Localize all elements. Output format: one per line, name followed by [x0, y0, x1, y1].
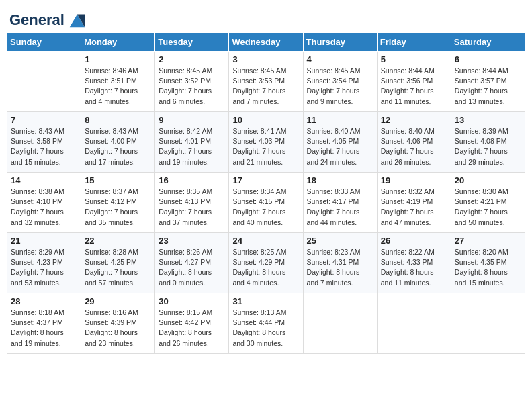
- calendar-cell: [451, 293, 525, 354]
- day-number: 7: [11, 115, 77, 125]
- day-info: Sunrise: 8:43 AM Sunset: 3:58 PM Dayligh…: [11, 126, 77, 167]
- weekday-header-saturday: Saturday: [451, 33, 525, 52]
- calendar-cell: 15Sunrise: 8:37 AM Sunset: 4:12 PM Dayli…: [81, 173, 155, 233]
- day-number: 12: [381, 115, 447, 125]
- day-number: 1: [85, 54, 151, 64]
- day-number: 15: [85, 175, 151, 185]
- day-number: 4: [307, 54, 373, 64]
- day-number: 28: [11, 296, 77, 306]
- day-info: Sunrise: 8:18 AM Sunset: 4:37 PM Dayligh…: [11, 308, 77, 349]
- day-number: 19: [381, 175, 447, 185]
- calendar-cell: 20Sunrise: 8:30 AM Sunset: 4:21 PM Dayli…: [451, 173, 525, 233]
- day-number: 25: [307, 236, 373, 246]
- day-number: 13: [455, 115, 521, 125]
- weekday-header-row: SundayMondayTuesdayWednesdayThursdayFrid…: [7, 33, 525, 52]
- week-row-5: 28Sunrise: 8:18 AM Sunset: 4:37 PM Dayli…: [7, 293, 525, 354]
- day-info: Sunrise: 8:29 AM Sunset: 4:23 PM Dayligh…: [11, 247, 77, 288]
- day-info: Sunrise: 8:37 AM Sunset: 4:12 PM Dayligh…: [85, 187, 151, 228]
- calendar-cell: 3Sunrise: 8:45 AM Sunset: 3:53 PM Daylig…: [229, 52, 303, 112]
- day-number: 20: [455, 175, 521, 185]
- day-info: Sunrise: 8:26 AM Sunset: 4:27 PM Dayligh…: [159, 247, 225, 288]
- day-number: 26: [381, 236, 447, 246]
- day-number: 17: [232, 175, 299, 185]
- weekday-header-tuesday: Tuesday: [155, 33, 229, 52]
- page-header: General: [7, 7, 525, 27]
- calendar-cell: 28Sunrise: 8:18 AM Sunset: 4:37 PM Dayli…: [7, 293, 81, 354]
- calendar-cell: 21Sunrise: 8:29 AM Sunset: 4:23 PM Dayli…: [7, 233, 81, 293]
- day-number: 11: [307, 115, 373, 125]
- day-info: Sunrise: 8:30 AM Sunset: 4:21 PM Dayligh…: [455, 187, 521, 228]
- day-number: 6: [455, 54, 521, 64]
- logo-icon: [67, 11, 86, 30]
- day-number: 9: [159, 115, 225, 125]
- day-info: Sunrise: 8:25 AM Sunset: 4:29 PM Dayligh…: [232, 247, 299, 288]
- calendar-cell: 11Sunrise: 8:40 AM Sunset: 4:05 PM Dayli…: [303, 112, 377, 173]
- day-number: 22: [85, 236, 151, 246]
- day-number: 8: [85, 115, 151, 125]
- day-number: 10: [232, 115, 299, 125]
- calendar-cell: 30Sunrise: 8:15 AM Sunset: 4:42 PM Dayli…: [155, 293, 229, 354]
- calendar-cell: [7, 52, 81, 112]
- day-info: Sunrise: 8:22 AM Sunset: 4:33 PM Dayligh…: [381, 247, 447, 288]
- calendar-cell: 8Sunrise: 8:43 AM Sunset: 4:00 PM Daylig…: [81, 112, 155, 173]
- calendar-cell: 23Sunrise: 8:26 AM Sunset: 4:27 PM Dayli…: [155, 233, 229, 293]
- day-number: 31: [232, 296, 299, 306]
- weekday-header-wednesday: Wednesday: [229, 33, 303, 52]
- day-number: 16: [159, 175, 225, 185]
- day-number: 30: [159, 296, 225, 306]
- week-row-3: 14Sunrise: 8:38 AM Sunset: 4:10 PM Dayli…: [7, 173, 525, 233]
- calendar-cell: 25Sunrise: 8:23 AM Sunset: 4:31 PM Dayli…: [303, 233, 377, 293]
- day-info: Sunrise: 8:44 AM Sunset: 3:57 PM Dayligh…: [455, 66, 521, 107]
- day-info: Sunrise: 8:40 AM Sunset: 4:05 PM Dayligh…: [307, 126, 373, 167]
- weekday-header-thursday: Thursday: [303, 33, 377, 52]
- calendar-cell: 12Sunrise: 8:40 AM Sunset: 4:06 PM Dayli…: [377, 112, 451, 173]
- calendar-cell: 22Sunrise: 8:28 AM Sunset: 4:25 PM Dayli…: [81, 233, 155, 293]
- day-number: 3: [232, 54, 299, 64]
- day-info: Sunrise: 8:45 AM Sunset: 3:54 PM Dayligh…: [307, 66, 373, 107]
- calendar-cell: 2Sunrise: 8:45 AM Sunset: 3:52 PM Daylig…: [155, 52, 229, 112]
- day-info: Sunrise: 8:20 AM Sunset: 4:35 PM Dayligh…: [455, 247, 521, 288]
- day-number: 21: [11, 236, 77, 246]
- day-number: 24: [232, 236, 299, 246]
- week-row-4: 21Sunrise: 8:29 AM Sunset: 4:23 PM Dayli…: [7, 233, 525, 293]
- day-info: Sunrise: 8:42 AM Sunset: 4:01 PM Dayligh…: [159, 126, 225, 167]
- day-info: Sunrise: 8:40 AM Sunset: 4:06 PM Dayligh…: [381, 126, 447, 167]
- day-info: Sunrise: 8:13 AM Sunset: 4:44 PM Dayligh…: [232, 308, 299, 349]
- logo-text-general: General: [9, 12, 64, 28]
- calendar-cell: 13Sunrise: 8:39 AM Sunset: 4:08 PM Dayli…: [451, 112, 525, 173]
- day-info: Sunrise: 8:28 AM Sunset: 4:25 PM Dayligh…: [85, 247, 151, 288]
- day-info: Sunrise: 8:46 AM Sunset: 3:51 PM Dayligh…: [85, 66, 151, 107]
- calendar-cell: 26Sunrise: 8:22 AM Sunset: 4:33 PM Dayli…: [377, 233, 451, 293]
- calendar-cell: 7Sunrise: 8:43 AM Sunset: 3:58 PM Daylig…: [7, 112, 81, 173]
- calendar-table: SundayMondayTuesdayWednesdayThursdayFrid…: [7, 32, 525, 354]
- day-info: Sunrise: 8:32 AM Sunset: 4:19 PM Dayligh…: [381, 187, 447, 228]
- day-info: Sunrise: 8:35 AM Sunset: 4:13 PM Dayligh…: [159, 187, 225, 228]
- weekday-header-monday: Monday: [81, 33, 155, 52]
- calendar-cell: [303, 293, 377, 354]
- calendar-cell: 19Sunrise: 8:32 AM Sunset: 4:19 PM Dayli…: [377, 173, 451, 233]
- calendar-cell: 6Sunrise: 8:44 AM Sunset: 3:57 PM Daylig…: [451, 52, 525, 112]
- day-info: Sunrise: 8:34 AM Sunset: 4:15 PM Dayligh…: [232, 187, 299, 228]
- day-info: Sunrise: 8:45 AM Sunset: 3:53 PM Dayligh…: [232, 66, 299, 107]
- calendar-cell: 5Sunrise: 8:44 AM Sunset: 3:56 PM Daylig…: [377, 52, 451, 112]
- weekday-header-sunday: Sunday: [7, 33, 81, 52]
- day-info: Sunrise: 8:15 AM Sunset: 4:42 PM Dayligh…: [159, 308, 225, 349]
- calendar-cell: 16Sunrise: 8:35 AM Sunset: 4:13 PM Dayli…: [155, 173, 229, 233]
- day-info: Sunrise: 8:45 AM Sunset: 3:52 PM Dayligh…: [159, 66, 225, 107]
- calendar-cell: 10Sunrise: 8:41 AM Sunset: 4:03 PM Dayli…: [229, 112, 303, 173]
- day-info: Sunrise: 8:38 AM Sunset: 4:10 PM Dayligh…: [11, 187, 77, 228]
- day-info: Sunrise: 8:23 AM Sunset: 4:31 PM Dayligh…: [307, 247, 373, 288]
- day-number: 2: [159, 54, 225, 64]
- calendar-cell: 14Sunrise: 8:38 AM Sunset: 4:10 PM Dayli…: [7, 173, 81, 233]
- calendar-cell: 24Sunrise: 8:25 AM Sunset: 4:29 PM Dayli…: [229, 233, 303, 293]
- calendar-cell: 4Sunrise: 8:45 AM Sunset: 3:54 PM Daylig…: [303, 52, 377, 112]
- calendar-cell: 17Sunrise: 8:34 AM Sunset: 4:15 PM Dayli…: [229, 173, 303, 233]
- day-number: 5: [381, 54, 447, 64]
- day-number: 27: [455, 236, 521, 246]
- calendar-cell: 9Sunrise: 8:42 AM Sunset: 4:01 PM Daylig…: [155, 112, 229, 173]
- day-info: Sunrise: 8:39 AM Sunset: 4:08 PM Dayligh…: [455, 126, 521, 167]
- day-number: 18: [307, 175, 373, 185]
- calendar-cell: 18Sunrise: 8:33 AM Sunset: 4:17 PM Dayli…: [303, 173, 377, 233]
- day-info: Sunrise: 8:44 AM Sunset: 3:56 PM Dayligh…: [381, 66, 447, 107]
- day-info: Sunrise: 8:43 AM Sunset: 4:00 PM Dayligh…: [85, 126, 151, 167]
